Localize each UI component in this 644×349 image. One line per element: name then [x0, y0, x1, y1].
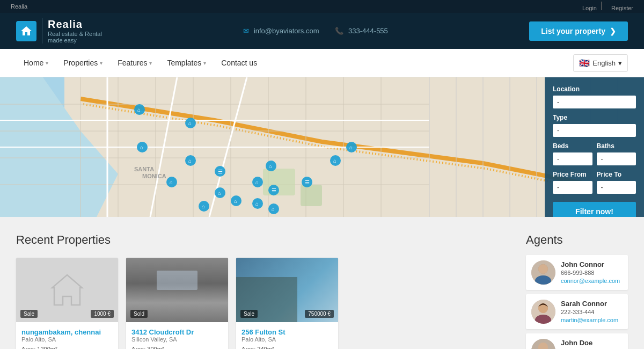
property-location: Palo Alto, SA: [241, 336, 333, 343]
sale-badge: Sale: [240, 310, 258, 318]
nav-links: Home ▾ Properties ▾ Features ▾ Templates…: [16, 49, 265, 77]
property-card: Sale 750000 € 256 Fulton St Palo Alto, S…: [236, 258, 338, 349]
property-card: Sale 1000 € nungambakam, chennai Palo Al…: [16, 258, 118, 349]
register-link[interactable]: Register: [611, 5, 633, 11]
header-contact: ✉ info@byaviators.com 📞 333-444-555: [243, 27, 388, 35]
price-from-select[interactable]: -: [553, 181, 592, 194]
logo-brand: Realia Real estate & Rentalmade easy: [42, 18, 102, 43]
price-to-select[interactable]: -: [597, 181, 636, 194]
beds-select[interactable]: -: [553, 152, 592, 165]
svg-text:⌂: ⌂: [202, 203, 205, 209]
svg-point-77: [538, 303, 548, 313]
svg-text:⌂: ⌂: [137, 107, 141, 113]
svg-text:⌂: ⌂: [255, 201, 259, 207]
nav-features[interactable]: Features ▾: [110, 49, 159, 77]
map-hero: SANTA MONICA Bayside ⌂ ⌂ ⌂ ⌂ ⌂ ⌂: [0, 77, 644, 217]
agent-details: John Doe 000-222-333 john@example.com: [561, 339, 613, 349]
chevron-down-icon: ▾: [46, 60, 48, 66]
property-card: Sold 3412 Cloudcroft Dr Silicon Valley, …: [126, 258, 228, 349]
email-contact: ✉ info@byaviators.com: [243, 27, 319, 35]
properties-title: Recent Properties: [16, 233, 510, 247]
chevron-down-icon: ▾: [100, 60, 103, 66]
sale-badge: Sale: [20, 310, 38, 318]
agent-avatar: [531, 300, 555, 324]
logo-sub: Real estate & Rentalmade easy: [48, 31, 102, 43]
svg-text:⌂: ⌂: [188, 158, 192, 164]
price-from-label: Price From: [553, 171, 592, 178]
list-property-button[interactable]: List your property ❯: [529, 21, 628, 41]
chevron-down-icon: ▾: [618, 59, 622, 67]
language-selector[interactable]: 🇬🇧 English ▾: [573, 54, 628, 72]
agents-section: Agents John Connor 666-999-888 connor@ex…: [526, 233, 628, 349]
property-title-link[interactable]: 3412 Cloudcroft Dr: [131, 328, 194, 336]
agent-details: John Connor 666-999-888 connor@example.c…: [561, 260, 620, 285]
agent-card: John Doe 000-222-333 john@example.com: [526, 333, 628, 349]
type-select[interactable]: -: [553, 124, 636, 137]
price-badge: 750000 €: [305, 310, 334, 318]
flag-icon: 🇬🇧: [579, 58, 590, 68]
property-title-link[interactable]: nungambakam, chennai: [21, 328, 101, 336]
price-row: Price From - Price To -: [553, 171, 636, 199]
baths-select[interactable]: -: [597, 152, 636, 165]
agent-name: John Connor: [561, 260, 620, 268]
property-area: Area: 300m²: [131, 346, 223, 349]
sold-badge: Sold: [130, 310, 148, 318]
type-label: Type: [553, 114, 636, 121]
agent-avatar: [531, 339, 555, 349]
filter-panel: Location - Type - Beds - Baths -: [545, 77, 644, 217]
svg-text:☰: ☰: [305, 179, 310, 185]
agent-email-link[interactable]: martin@example.com: [561, 317, 618, 323]
agent-photo: [531, 339, 555, 349]
price-from-col: Price From -: [553, 171, 592, 199]
location-label: Location: [553, 85, 636, 93]
phone-contact: 📞 333-444-555: [335, 27, 387, 35]
beds-label: Beds: [553, 142, 592, 150]
property-location: Silicon Valley, SA: [131, 336, 223, 343]
svg-text:⌂: ⌂: [188, 120, 192, 126]
site-header: Realia Real estate & Rentalmade easy ✉ i…: [0, 13, 644, 49]
mail-icon: ✉: [243, 27, 249, 35]
nav-properties[interactable]: Properties ▾: [56, 49, 110, 77]
logo-area: Realia Real estate & Rentalmade easy: [16, 18, 102, 43]
location-select[interactable]: -: [553, 96, 636, 108]
beds-baths-row: Beds - Baths -: [553, 142, 636, 171]
svg-text:MONICA: MONICA: [142, 173, 166, 179]
properties-section: Recent Properties Sale 1000 € nungambaka…: [16, 233, 510, 349]
chevron-down-icon: ▾: [203, 60, 206, 66]
agents-title: Agents: [526, 233, 628, 247]
property-location: Palo Alto, SA: [21, 336, 113, 343]
main-content: Recent Properties Sale 1000 € nungambaka…: [0, 217, 644, 349]
agent-details: Sarah Connor 222-333-444 martin@example.…: [561, 300, 618, 324]
arrow-icon: ❯: [610, 27, 616, 35]
property-image: Sale 1000 €: [16, 258, 118, 322]
agent-card: John Connor 666-999-888 connor@example.c…: [526, 255, 628, 290]
svg-rect-21: [263, 169, 295, 195]
baths-col: Baths -: [597, 142, 636, 171]
beds-col: Beds -: [553, 142, 592, 171]
house-placeholder-icon: [46, 268, 89, 311]
price-badge: 1000 €: [91, 310, 114, 318]
svg-text:SANTA: SANTA: [134, 166, 154, 172]
nav-home[interactable]: Home ▾: [16, 49, 56, 77]
main-nav: Home ▾ Properties ▾ Features ▾ Templates…: [0, 49, 644, 77]
property-area: Area: 1200m²: [21, 346, 113, 349]
house-icon: [20, 25, 33, 38]
baths-label: Baths: [597, 142, 636, 150]
agent-email-link[interactable]: connor@example.com: [561, 278, 620, 284]
top-bar-right: Login Register: [577, 2, 633, 11]
property-image: Sold: [126, 258, 228, 322]
language-label: English: [592, 59, 616, 67]
svg-text:☰: ☰: [272, 187, 276, 193]
filter-button[interactable]: Filter now!: [553, 202, 636, 217]
brand-name: Realia: [11, 3, 27, 10]
divider: [601, 2, 602, 10]
svg-text:⌂: ⌂: [170, 179, 173, 185]
svg-text:⌂: ⌂: [349, 144, 353, 150]
nav-contact[interactable]: Contact us: [214, 49, 265, 77]
phone-icon: 📞: [335, 27, 343, 35]
svg-text:⌂: ⌂: [269, 163, 272, 169]
property-title-link[interactable]: 256 Fulton St: [241, 328, 286, 336]
nav-templates[interactable]: Templates ▾: [159, 49, 214, 77]
login-link[interactable]: Login: [582, 5, 597, 11]
logo-icon: [16, 21, 36, 41]
